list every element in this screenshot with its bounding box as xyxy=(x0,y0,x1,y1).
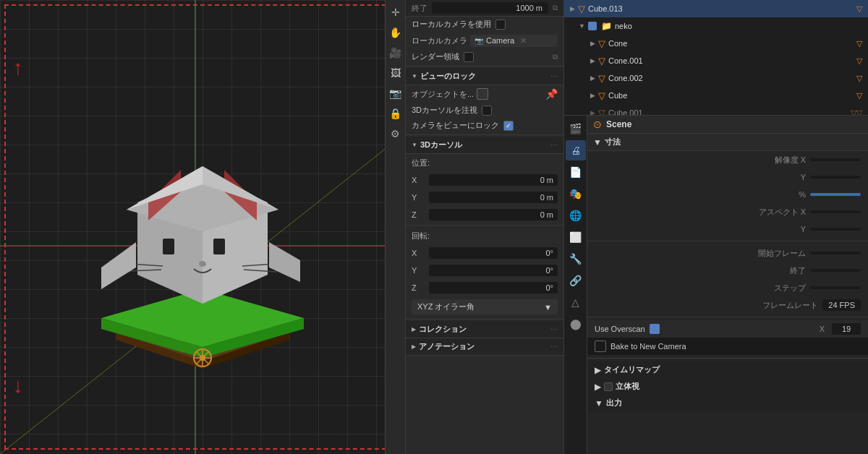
props-sidebar: 🎬 🖨 📄 🎭 🌐 ⬜ 🔧 🔗 △ ⬤ xyxy=(564,116,587,454)
props-content: ⊙ Scene ▼ 寸法 解像度 X Y % xyxy=(587,116,868,454)
framerate-value[interactable]: 24 FPS xyxy=(822,299,861,311)
cursor-section-title: 3Dカーソル xyxy=(420,140,462,150)
rx-value[interactable]: 0° xyxy=(429,247,558,259)
aspect-x-value[interactable] xyxy=(810,210,861,213)
filter-cube: ▽ xyxy=(856,91,862,100)
ry-value[interactable]: 0° xyxy=(429,265,558,276)
timemap-section[interactable]: ▶ タイムリマップ xyxy=(587,361,868,378)
camera-lock-checkbox[interactable] xyxy=(503,121,514,131)
viewport[interactable]: ↑ ↓ xyxy=(0,0,405,454)
modifier-icon[interactable]: 🔧 xyxy=(566,249,586,269)
local-camera-input-row: ローカルカメラ 📷 Camera ✕ xyxy=(406,32,563,49)
move-icon[interactable]: ✋ xyxy=(388,25,404,40)
framerate-label: フレームレート xyxy=(595,300,818,311)
output-section[interactable]: ▼ 出力 xyxy=(587,395,868,411)
scroll-icon: ⧉ xyxy=(553,4,558,12)
item-name-cube: Cube xyxy=(608,91,627,100)
camera-name: Camera xyxy=(486,36,514,45)
scene-header: ⊙ Scene xyxy=(587,116,868,134)
rx-label: X xyxy=(412,249,426,257)
view-layer-icon[interactable]: 📄 xyxy=(566,162,586,182)
y-value[interactable]: 0 m xyxy=(429,192,558,203)
lock-icon[interactable]: 🔒 xyxy=(388,106,404,121)
percent-value[interactable] xyxy=(810,193,861,196)
use-overscan-checkbox[interactable] xyxy=(650,324,660,334)
item-name-cube013: Cube.013 xyxy=(588,4,623,13)
settings-icon[interactable]: ⚙ xyxy=(388,126,404,142)
aspect-y-value[interactable] xyxy=(810,228,861,231)
z-axis-label: Z xyxy=(412,210,426,219)
item-name-cone001: Cone.001 xyxy=(608,56,643,65)
expand-icon: ▶ xyxy=(570,5,575,12)
aspect-y-label: Y xyxy=(595,225,806,234)
render-region-checkbox[interactable] xyxy=(464,52,474,62)
step-row: ステップ xyxy=(587,279,868,296)
annotation-dots: ⋯ xyxy=(550,343,558,351)
local-camera-row: ローカルカメラを使用 xyxy=(406,17,563,32)
local-camera-field-label: ローカルカメラ xyxy=(412,35,467,46)
rz-label: Z xyxy=(412,283,426,292)
render-icon[interactable]: 📷 xyxy=(388,85,404,101)
object-props-icon[interactable]: ⬜ xyxy=(566,227,586,247)
step-value[interactable] xyxy=(810,286,861,289)
camera-icon[interactable]: 🎥 xyxy=(388,45,404,61)
cone-icon-cube013: ▽ xyxy=(578,4,585,14)
object-icon[interactable] xyxy=(477,88,488,100)
overscan-x-value[interactable]: 19 xyxy=(832,323,861,335)
outliner-item-neko[interactable]: ▼ 📁 neko xyxy=(564,17,868,35)
bake-camera-button[interactable]: Bake to New Camera xyxy=(587,338,868,355)
rz-value[interactable]: 0° xyxy=(429,282,558,294)
resolution-x-value[interactable] xyxy=(810,158,861,161)
outliner-item-cone001[interactable]: ▶ ▽ Cone.001 ▽ xyxy=(564,52,868,69)
annotation-title: アノテーション xyxy=(419,341,475,352)
outliner-item-cone002[interactable]: ▶ ▽ Cone.002 ▽ xyxy=(564,69,868,87)
material-icon[interactable]: ⬤ xyxy=(566,314,586,334)
stereo-checkbox[interactable] xyxy=(604,382,613,391)
ry-label: Y xyxy=(412,266,426,275)
outliner-item-cube[interactable]: ▶ ▽ Cube ▽ xyxy=(564,87,868,104)
outliner-item-cube013[interactable]: ▶ ▽ Cube.013 ▽ xyxy=(564,0,868,17)
neko-checkbox[interactable] xyxy=(588,22,597,30)
item-name-cube001: Cube.001 xyxy=(608,108,643,115)
pin-icon[interactable]: 📌 xyxy=(545,88,558,100)
rotation-row: 回転: xyxy=(406,227,563,244)
image-icon[interactable]: 🖼 xyxy=(388,65,404,81)
camera-field[interactable]: 📷 Camera ✕ xyxy=(470,35,558,47)
stereo-section[interactable]: ▶ 立体視 xyxy=(587,378,868,395)
world-props-icon[interactable]: 🌐 xyxy=(566,205,586,226)
aspect-x-row: アスペクト X xyxy=(587,203,868,220)
end-value[interactable]: 1000 m xyxy=(432,2,548,14)
render-props-icon[interactable]: 🎬 xyxy=(566,119,586,139)
output-props-icon[interactable]: 🖨 xyxy=(566,140,586,160)
resolution-x-label: 解像度 X xyxy=(595,155,806,166)
view-lock-section[interactable]: ▼ ビューのロック ⋯ xyxy=(406,68,563,85)
dimensions-section-header[interactable]: ▼ 寸法 xyxy=(587,134,868,151)
z-value[interactable]: 0 m xyxy=(429,209,558,220)
collection-section[interactable]: ▶ コレクション ⋯ xyxy=(406,321,563,338)
percent-row: % xyxy=(587,186,868,203)
cursor-checkbox[interactable] xyxy=(482,106,492,116)
outliner-item-cone[interactable]: ▶ ▽ Cone ▽ xyxy=(564,35,868,52)
output-title: 出力 xyxy=(606,398,622,408)
xyz-euler-label: XYZ オイラー角 xyxy=(417,301,475,312)
outliner-item-cube001[interactable]: ▶ ▽ Cube.001 ▽▽ xyxy=(564,104,868,115)
annotation-section[interactable]: ▶ アノテーション ⋯ xyxy=(406,338,563,356)
rotation-label: 回転: xyxy=(412,231,430,241)
stereo-title: 立体視 xyxy=(616,381,639,392)
collection-dots: ⋯ xyxy=(550,325,558,333)
arrow-down-icon: ↓ xyxy=(13,376,23,396)
resolution-y-value[interactable] xyxy=(810,176,861,179)
data-icon[interactable]: △ xyxy=(566,292,586,312)
xyz-euler-select[interactable]: XYZ オイラー角 ▼ xyxy=(412,299,558,314)
svg-point-19 xyxy=(199,261,206,267)
x-value[interactable]: 0 m xyxy=(429,174,558,186)
cone001-icon: ▽ xyxy=(598,56,605,67)
frame-end-value[interactable] xyxy=(810,269,861,272)
add-icon[interactable]: ✛ xyxy=(388,4,404,20)
constraint-icon[interactable]: 🔗 xyxy=(566,270,586,291)
delete-camera-icon[interactable]: ✕ xyxy=(520,36,527,46)
cursor-section[interactable]: ▼ 3Dカーソル ⋯ xyxy=(406,137,563,154)
frame-start-value[interactable] xyxy=(810,252,861,254)
local-camera-checkbox[interactable] xyxy=(495,20,506,30)
scene-props-icon[interactable]: 🎭 xyxy=(566,184,586,204)
